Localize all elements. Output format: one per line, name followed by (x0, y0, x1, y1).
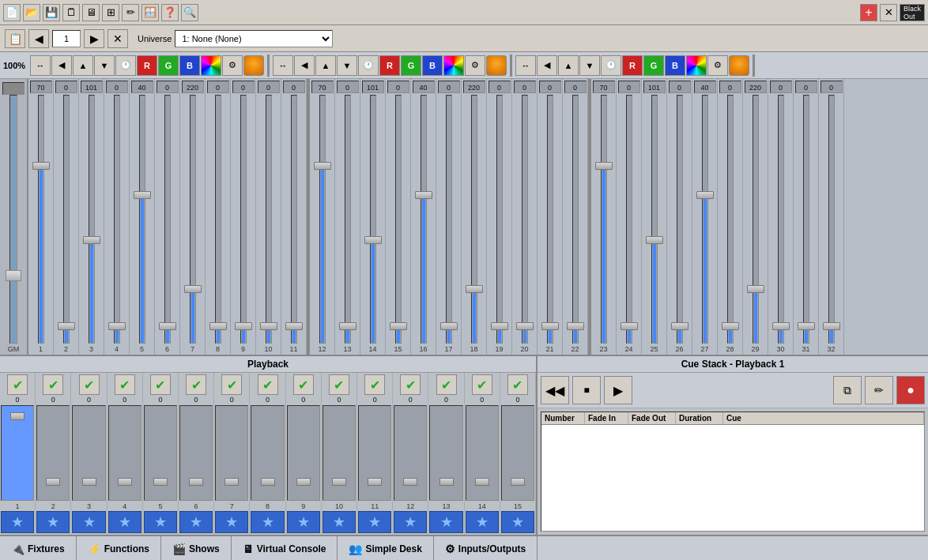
pb-fader-track-3[interactable] (72, 405, 105, 501)
pb-fader-handle-9[interactable] (296, 478, 311, 486)
pb-star-8[interactable]: ★ (251, 511, 284, 533)
monitor-button[interactable]: 🖥 (82, 4, 100, 21)
h-g1-icon[interactable]: G (158, 55, 179, 76)
tab-virtual-console[interactable]: 🖥 Virtual Console (232, 536, 338, 560)
pb-fader-track-1[interactable] (1, 405, 34, 501)
ch-fader-track-15[interactable] (395, 95, 402, 344)
universe-select[interactable]: 1: None (None) (175, 30, 333, 47)
h3-r-icon[interactable]: R (622, 55, 643, 76)
pb-star-5[interactable]: ★ (144, 511, 177, 533)
prev-button[interactable]: 📋 (5, 29, 25, 48)
page-input[interactable] (52, 30, 81, 47)
ch-fader-track-28[interactable] (727, 95, 734, 344)
gm-fader-track[interactable] (9, 95, 17, 344)
pb-check-2[interactable]: ✔ (43, 374, 63, 395)
pb-fader-handle-2[interactable] (46, 478, 60, 486)
h-b1-icon[interactable]: B (179, 55, 200, 76)
cs-copy-button[interactable]: ⧉ (833, 376, 862, 404)
pb-fader-handle-11[interactable] (368, 478, 382, 486)
pb-fader-handle-10[interactable] (332, 478, 346, 486)
ch-fader-handle-5[interactable] (134, 191, 151, 199)
back-button[interactable]: ◀ (28, 29, 49, 48)
ch-fader-track-5[interactable] (139, 95, 145, 344)
ch-fader-track-13[interactable] (345, 95, 351, 344)
pb-fader-track-13[interactable] (429, 405, 462, 501)
ch-fader-track-21[interactable] (547, 95, 553, 344)
pb-check-13[interactable]: ✔ (436, 374, 457, 395)
forward-button[interactable]: ▶ (84, 29, 104, 48)
ch-fader-handle-30[interactable] (772, 322, 790, 330)
ch-fader-handle-17[interactable] (440, 322, 458, 330)
pb-fader-handle-13[interactable] (439, 478, 454, 486)
ch-fader-track-23[interactable] (601, 95, 607, 344)
pb-check-15[interactable]: ✔ (507, 374, 528, 395)
grid-button[interactable]: ⊞ (102, 4, 119, 21)
gm-fader-handle[interactable] (6, 270, 21, 281)
pb-star-6[interactable]: ★ (179, 511, 213, 533)
h2-back-icon[interactable]: ◀ (294, 55, 315, 76)
ch-fader-handle-32[interactable] (823, 322, 840, 330)
h-up-icon[interactable]: ▲ (73, 55, 93, 76)
ch-fader-handle-4[interactable] (108, 322, 126, 330)
h2-orange-icon[interactable] (486, 55, 507, 76)
pb-fader-track-15[interactable] (501, 405, 534, 501)
ch-fader-handle-13[interactable] (339, 322, 356, 330)
h2-up-icon[interactable]: ▲ (315, 55, 336, 76)
ch-fader-track-1[interactable] (38, 95, 44, 344)
h-pan-icon[interactable]: ↔ (30, 55, 51, 76)
pb-star-2[interactable]: ★ (36, 511, 70, 533)
pb-star-4[interactable]: ★ (108, 511, 141, 533)
pb-fader-track-8[interactable] (251, 405, 284, 501)
ch-fader-handle-23[interactable] (595, 162, 613, 170)
ch-fader-handle-7[interactable] (184, 285, 202, 293)
ch-fader-track-27[interactable] (702, 95, 708, 344)
h-gear1-icon[interactable]: ⚙ (222, 55, 243, 76)
pb-star-9[interactable]: ★ (287, 511, 320, 533)
pb-fader-handle-3[interactable] (82, 478, 96, 486)
ch-fader-track-11[interactable] (291, 95, 297, 344)
pb-fader-handle-7[interactable] (224, 478, 239, 486)
tab-simple-desk[interactable]: 👥 Simple Desk (338, 536, 433, 560)
add-fixture-button[interactable]: + (860, 4, 877, 21)
pb-check-5[interactable]: ✔ (150, 374, 171, 395)
ch-fader-track-2[interactable] (63, 95, 70, 344)
ch-fader-handle-31[interactable] (798, 322, 815, 330)
ch-fader-handle-25[interactable] (646, 236, 663, 244)
ch-fader-handle-12[interactable] (314, 162, 331, 170)
cs-record-button[interactable]: ● (896, 376, 925, 404)
ch-fader-handle-15[interactable] (390, 322, 407, 330)
window-button[interactable]: 🪟 (141, 4, 159, 21)
h3-up-icon[interactable]: ▲ (558, 55, 579, 76)
ch-fader-track-7[interactable] (190, 95, 196, 344)
search-button[interactable]: 🔍 (181, 4, 198, 21)
cancel-nav-button[interactable]: ✕ (108, 29, 128, 48)
pb-check-12[interactable]: ✔ (400, 374, 421, 395)
pb-star-15[interactable]: ★ (501, 511, 534, 533)
pb-fader-handle-5[interactable] (153, 478, 168, 486)
h3-gear-icon[interactable]: ⚙ (707, 55, 728, 76)
ch-fader-track-29[interactable] (753, 95, 759, 344)
help-button[interactable]: ❓ (161, 4, 179, 21)
ch-fader-track-19[interactable] (496, 95, 503, 344)
pb-fader-track-5[interactable] (144, 405, 177, 501)
ch-fader-track-32[interactable] (828, 95, 835, 344)
h3-clock-icon[interactable]: 🕐 (601, 55, 621, 76)
h3-pan-icon[interactable]: ↔ (515, 55, 536, 76)
pb-fader-track-7[interactable] (215, 405, 248, 501)
pb-fader-handle-12[interactable] (403, 478, 417, 486)
pb-fader-handle-14[interactable] (475, 478, 489, 486)
ch-fader-track-9[interactable] (240, 95, 247, 344)
ch-fader-track-10[interactable] (266, 95, 272, 344)
h3-color-icon[interactable] (686, 55, 707, 76)
ch-fader-track-16[interactable] (421, 95, 427, 344)
pb-star-3[interactable]: ★ (72, 511, 105, 533)
open-button[interactable]: 📂 (23, 4, 40, 21)
pb-fader-handle-15[interactable] (511, 478, 525, 486)
ch-fader-handle-21[interactable] (541, 322, 559, 330)
pb-fader-track-2[interactable] (36, 405, 70, 501)
pb-fader-track-14[interactable] (466, 405, 499, 501)
saveas-button[interactable]: 🗒 (62, 4, 80, 21)
h-orange1-icon[interactable] (243, 55, 264, 76)
pb-fader-track-10[interactable] (323, 405, 356, 501)
ch-fader-track-4[interactable] (114, 95, 120, 344)
